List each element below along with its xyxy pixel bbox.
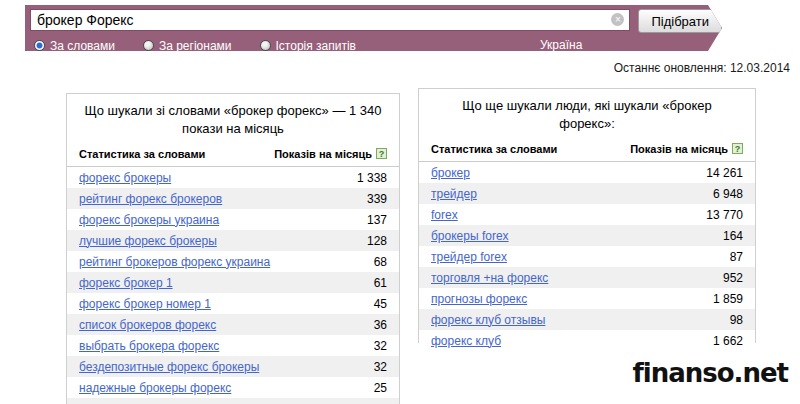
shows-count: 128 <box>367 234 387 248</box>
keyword-link[interactable]: лучшие форекс брокеры <box>79 234 217 248</box>
shows-count: 1 859 <box>713 292 743 306</box>
table-row: рейтинг брокеров форекс украина68 <box>67 251 399 272</box>
keyword-link[interactable]: трейдер forex <box>431 250 507 264</box>
shows-count: 98 <box>730 313 743 327</box>
shows-count: 61 <box>374 276 387 290</box>
shows-count: 13 770 <box>706 208 743 222</box>
col-keyword-header: Статистика за словами <box>79 148 205 160</box>
keyword-link[interactable]: торговля +на форекс <box>431 271 548 285</box>
shows-count: 32 <box>374 339 387 353</box>
keyword-link[interactable]: брокер <box>431 166 470 180</box>
keyword-link[interactable]: список брокеров форекс <box>79 318 216 332</box>
keyword-table: брокер14 261трейдер6 948forex13 770броке… <box>419 162 755 351</box>
keyword-link[interactable]: форекс клуб <box>431 334 501 348</box>
keyword-link[interactable]: forex <box>431 208 458 222</box>
shows-count: 32 <box>374 360 387 374</box>
search-row: × Підібрати <box>30 9 722 33</box>
shows-count: 14 261 <box>706 166 743 180</box>
shows-count: 45 <box>374 297 387 311</box>
search-modes-row: За словами За регіонами Історія запитів … <box>30 37 722 54</box>
table-row: forex13 770 <box>419 204 755 225</box>
help-icon[interactable]: ? <box>376 148 387 159</box>
keyword-link[interactable]: форекс брокеры <box>79 171 171 185</box>
keyword-link[interactable]: форекс брокер номер 1 <box>79 297 211 311</box>
partial-row <box>67 398 399 404</box>
submit-button[interactable]: Підібрати <box>638 9 722 33</box>
wordstat-page: × Підібрати За словами За регіонами Істо… <box>0 0 800 404</box>
search-input[interactable] <box>30 9 630 31</box>
keyword-link[interactable]: рейтинг брокеров форекс украина <box>79 255 270 269</box>
table-row: форекс брокер номер 145 <box>67 293 399 314</box>
help-icon[interactable]: ? <box>732 143 743 154</box>
shows-count: 1 338 <box>357 171 387 185</box>
shows-count: 164 <box>723 229 743 243</box>
table-row: лучшие форекс брокеры128 <box>67 230 399 251</box>
table-row: форекс брокеры1 338 <box>67 167 399 188</box>
shows-count: 68 <box>374 255 387 269</box>
table-row: форекс брокеры украина137 <box>67 209 399 230</box>
panel-also-searched: Що ще шукали люди, які шукали «брокер фо… <box>418 88 756 343</box>
shows-count: 6 948 <box>713 187 743 201</box>
col-shows-header: Показів на місяць? <box>630 143 743 155</box>
radio-icon <box>260 40 271 51</box>
panel-title: Що ще шукали люди, які шукали «брокер фо… <box>419 89 755 133</box>
site-watermark: finanso.net <box>632 358 788 388</box>
shows-count: 137 <box>367 213 387 227</box>
panel-title: Що шукали зі словами «брокер форекс» — 1… <box>67 94 399 138</box>
radio-query-history[interactable]: Історія запитів <box>260 39 356 53</box>
keyword-link[interactable]: форекс клуб отзывы <box>431 313 545 327</box>
table-row: выбрать брокера форекс32 <box>67 335 399 356</box>
panel-searched-with-words: Що шукали зі словами «брокер форекс» — 1… <box>66 93 400 404</box>
radio-by-regions[interactable]: За регіонами <box>143 39 232 53</box>
table-row: торговля +на форекс952 <box>419 267 755 288</box>
keyword-link[interactable]: брокеры forex <box>431 229 509 243</box>
keyword-link[interactable]: форекс брокер 1 <box>79 276 173 290</box>
table-row: прогнозы форекс1 859 <box>419 288 755 309</box>
table-row: рейтинг форекс брокеров339 <box>67 188 399 209</box>
table-row: трейдер6 948 <box>419 183 755 204</box>
keyword-link[interactable]: бездепозитные форекс брокеры <box>79 360 259 374</box>
col-shows-header: Показів на місяць? <box>274 148 387 160</box>
search-input-wrap: × <box>30 9 630 31</box>
keyword-link[interactable]: прогнозы форекс <box>431 292 527 306</box>
keyword-link[interactable]: выбрать брокера форекс <box>79 339 219 353</box>
keyword-link[interactable]: трейдер <box>431 187 477 201</box>
radio-selected-icon <box>34 40 45 51</box>
radio-icon <box>143 40 154 51</box>
shows-count: 87 <box>730 250 743 264</box>
col-keyword-header: Статистика за словами <box>431 143 557 155</box>
region-link[interactable]: Україна <box>540 38 582 54</box>
keyword-link[interactable]: форекс брокеры украина <box>79 213 219 227</box>
last-updated: Останнє оновлення: 12.03.2014 <box>614 61 790 75</box>
table-row: форекс брокер 161 <box>67 272 399 293</box>
table-row: форекс клуб1 662 <box>419 330 755 351</box>
keyword-link[interactable]: надежные брокеры форекс <box>79 381 231 395</box>
shows-count: 1 662 <box>713 334 743 348</box>
keyword-link[interactable]: рейтинг форекс брокеров <box>79 192 222 206</box>
radio-label: За словами <box>50 39 115 53</box>
table-row: брокеры forex164 <box>419 225 755 246</box>
keyword-table: форекс брокеры1 338рейтинг форекс брокер… <box>67 167 399 398</box>
shows-count: 339 <box>367 192 387 206</box>
radio-by-words[interactable]: За словами <box>34 39 115 53</box>
table-row: список брокеров форекс36 <box>67 314 399 335</box>
search-bar: × Підібрати За словами За регіонами Істо… <box>25 5 722 51</box>
radio-label: Історія запитів <box>276 39 356 53</box>
column-headers: Статистика за словами Показів на місяць? <box>67 138 399 167</box>
table-row: бездепозитные форекс брокеры32 <box>67 356 399 377</box>
shows-count: 36 <box>374 318 387 332</box>
column-headers: Статистика за словами Показів на місяць? <box>419 133 755 162</box>
shows-count: 25 <box>374 381 387 395</box>
table-row: надежные брокеры форекс25 <box>67 377 399 398</box>
table-row: форекс клуб отзывы98 <box>419 309 755 330</box>
table-row: брокер14 261 <box>419 162 755 183</box>
shows-count: 952 <box>723 271 743 285</box>
table-row: трейдер forex87 <box>419 246 755 267</box>
radio-label: За регіонами <box>159 39 232 53</box>
